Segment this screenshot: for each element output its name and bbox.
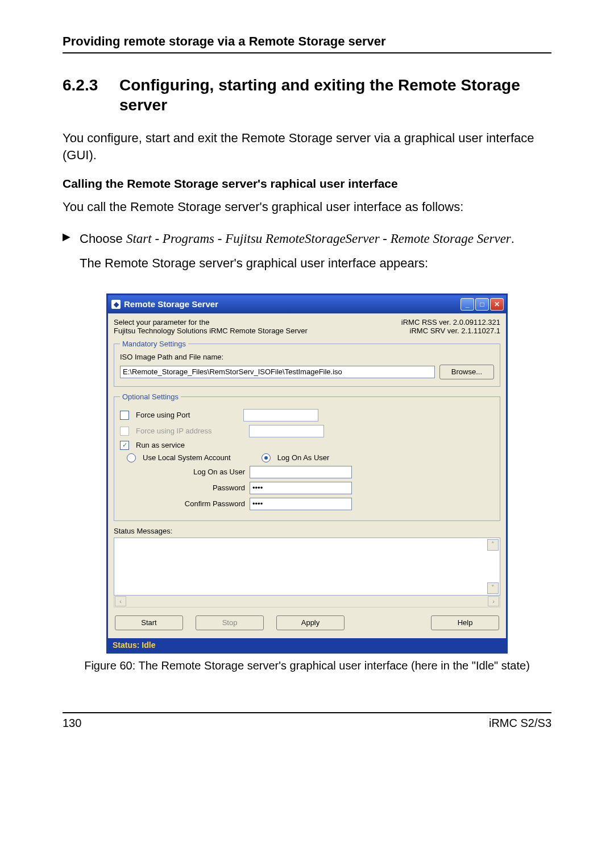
section-number: 6.2.3: [63, 75, 119, 115]
confirm-password-label: Confirm Password: [131, 499, 245, 508]
confirm-password-input[interactable]: [250, 498, 352, 510]
window-title: Remote Storage Server: [124, 299, 218, 309]
version-rss: iRMC RSS ver. 2.0.09112.321: [401, 318, 500, 326]
use-local-account-radio[interactable]: [127, 453, 136, 462]
maximize-button[interactable]: □: [475, 298, 489, 311]
window-titlebar[interactable]: ◆ Remote Storage Server _ □ ✕: [108, 295, 506, 313]
help-button[interactable]: Help: [431, 615, 499, 630]
minimize-button[interactable]: _: [460, 298, 474, 311]
optional-settings-group: Optional Settings Force using Port Force…: [114, 392, 500, 521]
force-ip-input[interactable]: [249, 425, 324, 437]
page-footer: 130 iRMC S2/S3: [63, 712, 551, 730]
stop-button[interactable]: Stop: [196, 615, 264, 630]
logon-user-label: Log On as User: [131, 468, 245, 476]
iso-path-label: ISO Image Path and File name:: [120, 353, 494, 361]
version-block: iRMC RSS ver. 2.0.09112.321 iRMC SRV ver…: [401, 318, 500, 335]
subheading: Calling the Remote Storage server's raph…: [63, 177, 551, 191]
select-param-text: Select your parameter for the Fujitsu Te…: [114, 318, 308, 335]
triangle-bullet-icon: ▶: [63, 229, 80, 249]
status-bar: Status: Idle: [108, 638, 506, 652]
scroll-right-button[interactable]: ›: [488, 596, 499, 606]
figure-caption: Figure 60: The Remote Storage server's g…: [63, 659, 551, 672]
force-port-checkbox[interactable]: [120, 411, 129, 420]
browse-button[interactable]: Browse...: [439, 365, 494, 379]
paragraph-2: You call the Remote Storage server's gra…: [63, 199, 551, 216]
apply-button[interactable]: Apply: [276, 615, 345, 630]
mandatory-legend: Mandatory Settings: [120, 340, 188, 348]
scroll-left-button[interactable]: ‹: [115, 596, 126, 606]
select-line1: Select your parameter for the: [114, 318, 308, 326]
procedure-step: ▶ Choose Start - Programs - Fujitsu Remo…: [63, 229, 551, 249]
log-on-as-user-radio-label: Log On As User: [277, 453, 330, 462]
status-messages-box[interactable]: ˄ ˅: [114, 538, 500, 596]
step-lead: Choose: [80, 232, 126, 246]
intro-paragraph: You configure, start and exit the Remote…: [63, 130, 551, 163]
password-label: Password: [131, 483, 245, 492]
iso-path-input[interactable]: [120, 366, 435, 378]
optional-legend: Optional Settings: [120, 392, 181, 401]
password-input[interactable]: [250, 482, 352, 494]
status-messages-label: Status Messages:: [114, 527, 500, 535]
page-number: 130: [63, 717, 81, 730]
use-local-account-label: Use Local System Account: [143, 453, 231, 462]
start-button[interactable]: Start: [115, 615, 183, 630]
remote-storage-server-window: ◆ Remote Storage Server _ □ ✕ Select you…: [106, 294, 508, 654]
close-button[interactable]: ✕: [490, 298, 504, 311]
version-srv: iRMC SRV ver. 2.1.11027.1: [401, 326, 500, 335]
horizontal-scrollbar[interactable]: ‹ ›: [114, 596, 500, 607]
menu-path: Start - Programs - Fujitsu RemoteStorage…: [126, 232, 511, 246]
force-port-label: Force using Port: [136, 411, 190, 419]
force-port-input[interactable]: [243, 409, 318, 421]
log-on-as-user-radio[interactable]: [262, 453, 271, 462]
force-ip-label: Force using IP address: [136, 427, 211, 435]
step-text: Choose Start - Programs - Fujitsu Remote…: [80, 229, 515, 249]
select-line2: Fujitsu Technology Solutions iRMC Remote…: [114, 326, 308, 335]
scroll-down-button[interactable]: ˅: [487, 582, 499, 594]
product-id: iRMC S2/S3: [489, 717, 551, 730]
logon-user-input[interactable]: [250, 466, 352, 478]
force-ip-checkbox[interactable]: [120, 427, 129, 436]
section-heading: 6.2.3 Configuring, starting and exiting …: [63, 75, 551, 115]
step-period: .: [511, 232, 515, 246]
run-as-service-label: Run as service: [136, 441, 185, 449]
mandatory-settings-group: Mandatory Settings ISO Image Path and Fi…: [114, 340, 500, 387]
running-head: Providing remote storage via a Remote St…: [63, 34, 551, 53]
section-title: Configuring, starting and exiting the Re…: [119, 75, 551, 115]
scroll-up-button[interactable]: ˄: [487, 539, 499, 551]
run-as-service-checkbox[interactable]: ✓: [120, 441, 129, 450]
app-icon: ◆: [111, 300, 121, 309]
step-result: The Remote Storage server's graphical us…: [80, 256, 551, 271]
